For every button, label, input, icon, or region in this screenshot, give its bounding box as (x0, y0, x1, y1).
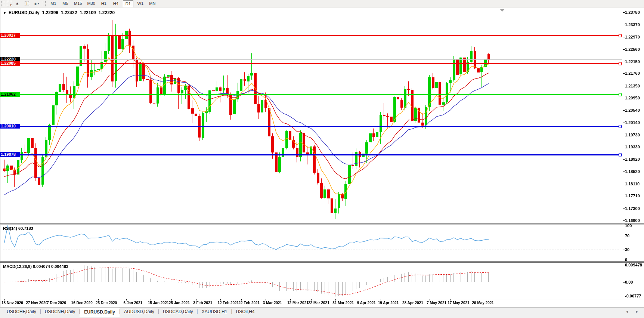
symbol-tab-bar: USDCHF,Daily|USDCNH,Daily|EURUSD,Daily|A… (0, 307, 644, 318)
symbol-tab-usdcnh[interactable]: USDCNH,Daily (41, 308, 79, 317)
trading-terminal-window: F A T ◆ ▾ M1M5M15M30H1H4D1W1MN ▼EURUSD,D… (0, 0, 644, 318)
symbol-tab-xauusd[interactable]: XAUUSD,H1 (198, 308, 231, 317)
symbol-tab-eurusd[interactable]: EURUSD,Daily (80, 308, 119, 317)
tab-scroll-arrows[interactable]: ◄ ► (625, 310, 642, 314)
symbol-tabs: USDCHF,Daily|USDCNH,Daily|EURUSD,Daily|A… (3, 308, 258, 317)
symbol-tab-usoil[interactable]: USOil,H4 (232, 308, 258, 317)
chart-canvas[interactable] (0, 0, 644, 307)
symbol-tab-usdcad[interactable]: USDCAD,Daily (159, 308, 197, 317)
symbol-tab-audusd[interactable]: AUDUSD,Daily (120, 308, 158, 317)
symbol-tab-usdchf[interactable]: USDCHF,Daily (3, 308, 40, 317)
